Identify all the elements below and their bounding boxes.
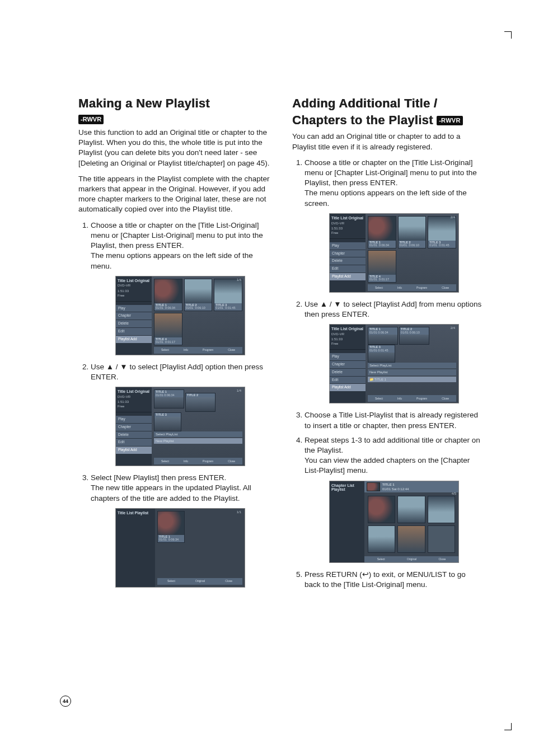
right-column: Adding Additional Title / Chapters to th… — [292, 95, 484, 595]
right-step-3: Choose a Title List-Playlist that is alr… — [305, 410, 484, 430]
screenshot-titlelist-original-r1: Title List Original DVD-VR 1:51:33 Free … — [329, 213, 459, 293]
badge-rwvr: -RWVR — [78, 115, 104, 124]
screenshot-titlelist-playlist: Title List Playlist 1/1 TITLE 101/01 0:0… — [115, 508, 245, 588]
left-column: Making a New Playlist -RWVR Use this fun… — [78, 95, 270, 595]
right-step-1: Choose a title or chapter on the [Title … — [305, 158, 484, 293]
left-steps: Choose a title or chapter on the [Title … — [78, 220, 270, 588]
heading-adding-title: Adding Additional Title / Chapters to th… — [292, 95, 484, 128]
page-number: 44 — [60, 696, 71, 707]
screenshot-titlelist-original-1: Title List Original DVD-VR 1:51:33 Free … — [115, 276, 245, 355]
screenshot-select-playlist-r2: Title List Original DVD-VR 1:51:33 Free … — [329, 324, 459, 403]
left-intro-1: Use this function to add an Original tit… — [78, 128, 270, 168]
heading-making-playlist: Making a New Playlist — [78, 95, 270, 112]
crop-mark-icon — [504, 31, 512, 39]
right-intro: You can add an Original title or chapter… — [292, 132, 484, 152]
left-step-2: Use ▲ / ▼ to select [Playlist Add] optio… — [91, 362, 270, 466]
right-step-5: Press RETURN (↩) to exit, or MENU/LIST t… — [305, 570, 484, 590]
screenshot-select-playlist: Title List Original DVD-VR 1:51:33 Free … — [115, 387, 245, 466]
left-step-3: Select [New Playlist] then press ENTER. … — [91, 473, 270, 588]
left-intro-2: The title appears in the Playlist comple… — [78, 174, 270, 215]
left-step-1: Choose a title or chapter on the [Title … — [91, 220, 270, 355]
right-step-2: Use ▲ / ▼ to select [Playlist Add] from … — [305, 299, 484, 403]
right-step-4: Repeat steps 1-3 to add additional title… — [305, 435, 484, 563]
right-steps: Choose a title or chapter on the [Title … — [292, 158, 484, 590]
crop-mark-icon — [504, 723, 512, 730]
screenshot-chapterlist-playlist: Chapter List Playlist TITLE 1 01/01 Sat … — [329, 481, 459, 563]
